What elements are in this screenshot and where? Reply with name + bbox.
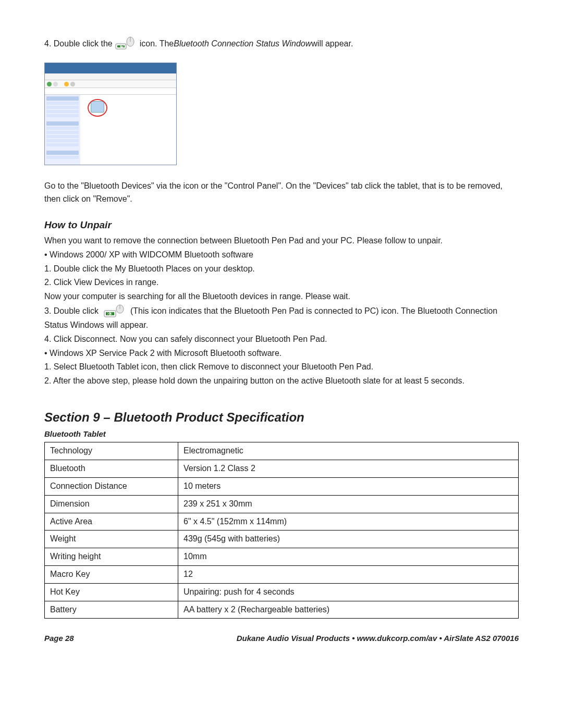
spec-key: Dimension xyxy=(45,495,178,513)
spec-table: TechnologyElectromagneticBluetoothVersio… xyxy=(44,442,519,619)
table-row: Connection Distance10 meters xyxy=(45,478,519,496)
highlight-circle-icon xyxy=(88,99,107,117)
unpair-xp-step1: 1. Select Bluetooth Tablet icon, then cl… xyxy=(44,361,519,374)
unpair-step2: 2. Click View Devices in range. xyxy=(44,276,519,289)
unpair-xp-step2: 2. After the above step, please hold dow… xyxy=(44,375,519,388)
back-icon xyxy=(47,82,52,87)
fwd-icon xyxy=(53,82,58,87)
step4-suffix: will appear. xyxy=(311,38,353,51)
table-row: Active Area6" x 4.5" (152mm x 114mm) xyxy=(45,513,519,530)
section-9-heading: Section 9 – Bluetooth Product Specificat… xyxy=(44,408,519,427)
spec-key: Bluetooth xyxy=(45,460,178,478)
window-menubar xyxy=(45,73,176,80)
table-row: Macro Key12 xyxy=(45,566,519,584)
spec-key: Writing height xyxy=(45,548,178,566)
page-footer: Page 28 Dukane Audio Visual Products • w… xyxy=(44,632,519,644)
spec-key: Connection Distance xyxy=(45,478,178,496)
spec-value: 439g (545g with batteries) xyxy=(178,530,519,548)
spec-key: Battery xyxy=(45,601,178,619)
step-4-line: 4. Double click the icon. The Bluetooth … xyxy=(44,36,519,51)
bluetooth-window-screenshot xyxy=(44,63,177,165)
footer-page: Page 28 xyxy=(44,632,74,644)
window-titlebar xyxy=(45,63,176,73)
svg-rect-7 xyxy=(111,312,114,315)
spec-value: 10 meters xyxy=(178,478,519,496)
unpair-bullet-widcomm: • Windows 2000/ XP with WIDCOMM Bluetoot… xyxy=(44,249,519,262)
spec-key: Weight xyxy=(45,530,178,548)
step4-mid: icon. The xyxy=(140,38,174,51)
spec-value: AA battery x 2 (Rechargeable batteries) xyxy=(178,601,519,619)
table-row: TechnologyElectromagnetic xyxy=(45,442,519,460)
unpair-step3-prefix: 3. Double click xyxy=(44,306,101,315)
spec-value: 10mm xyxy=(178,548,519,566)
spec-key: Active Area xyxy=(45,513,178,530)
spec-value: 239 x 251 x 30mm xyxy=(178,495,519,513)
search-icon xyxy=(70,82,75,87)
bluetooth-mouse-icon xyxy=(115,36,138,51)
table-row: BatteryAA battery x 2 (Rechargeable batt… xyxy=(45,601,519,619)
unpair-step1: 1. Double click the My Bluetooth Places … xyxy=(44,263,519,276)
window-toolbar xyxy=(45,80,176,88)
unpair-wait: Now your computer is searching for all t… xyxy=(44,290,519,303)
svg-rect-1 xyxy=(117,45,120,47)
spec-key: Macro Key xyxy=(45,566,178,584)
spec-value: 6" x 4.5" (152mm x 114mm) xyxy=(178,513,519,530)
unpair-intro: When you want to remove the connection b… xyxy=(44,235,519,248)
spec-value: Electromagnetic xyxy=(178,442,519,460)
window-sidebar xyxy=(45,95,80,165)
footer-right: Dukane Audio Visual Products • www.dukco… xyxy=(237,632,519,644)
bluetooth-tablet-subheading: Bluetooth Tablet xyxy=(44,428,519,440)
window-addressbar xyxy=(45,88,176,95)
spec-value: 12 xyxy=(178,566,519,584)
folder-icon xyxy=(64,82,69,87)
step4-italic: Bluetooth Connection Status Window xyxy=(174,38,311,51)
table-row: Weight439g (545g with batteries) xyxy=(45,530,519,548)
spec-key: Technology xyxy=(45,442,178,460)
how-to-unpair-heading: How to Unpair xyxy=(44,217,519,232)
spec-key: Hot Key xyxy=(45,583,178,601)
window-content xyxy=(80,95,176,165)
unpair-bullet-xp: • Windows XP Service Pack 2 with Microso… xyxy=(44,347,519,360)
table-row: Writing height10mm xyxy=(45,548,519,566)
table-row: Hot KeyUnpairing: push for 4 seconds xyxy=(45,583,519,601)
bluetooth-connected-icon xyxy=(103,304,126,319)
spec-value: Version 1.2 Class 2 xyxy=(178,460,519,478)
unpair-step3: 3. Double click (This icon indicates tha… xyxy=(44,304,519,332)
table-row: BluetoothVersion 1.2 Class 2 xyxy=(45,460,519,478)
remove-instruction: Go to the "Bluetooth Devices" via the ic… xyxy=(44,180,519,206)
unpair-step4: 4. Click Disconnect. Now you can safely … xyxy=(44,333,519,346)
step4-prefix: 4. Double click the xyxy=(44,38,113,51)
table-row: Dimension239 x 251 x 30mm xyxy=(45,495,519,513)
spec-value: Unpairing: push for 4 seconds xyxy=(178,583,519,601)
